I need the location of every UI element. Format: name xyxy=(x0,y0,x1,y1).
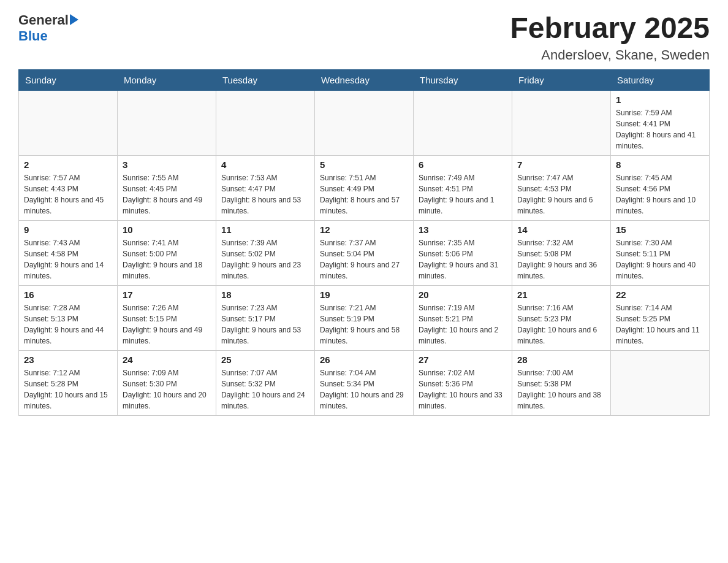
day-number: 19 xyxy=(320,289,408,300)
table-row: 26Sunrise: 7:04 AMSunset: 5:34 PMDayligh… xyxy=(315,350,414,415)
table-row: 5Sunrise: 7:51 AMSunset: 4:49 PMDaylight… xyxy=(315,155,414,220)
day-number: 9 xyxy=(24,224,112,235)
day-info: Sunrise: 7:21 AMSunset: 5:19 PMDaylight:… xyxy=(320,302,408,347)
table-row: 22Sunrise: 7:14 AMSunset: 5:25 PMDayligh… xyxy=(611,285,710,350)
table-row xyxy=(611,350,710,415)
day-number: 27 xyxy=(419,354,507,365)
table-row: 27Sunrise: 7:02 AMSunset: 5:36 PMDayligh… xyxy=(414,350,512,415)
weekday-header-row: Sunday Monday Tuesday Wednesday Thursday… xyxy=(19,69,710,90)
day-info: Sunrise: 7:41 AMSunset: 5:00 PMDaylight:… xyxy=(123,237,211,282)
day-number: 14 xyxy=(517,224,605,235)
header-friday: Friday xyxy=(512,69,611,90)
calendar-week-row: 1Sunrise: 7:59 AMSunset: 4:41 PMDaylight… xyxy=(19,90,710,155)
day-info: Sunrise: 7:35 AMSunset: 5:06 PMDaylight:… xyxy=(419,237,507,282)
table-row xyxy=(512,90,611,155)
table-row xyxy=(19,90,118,155)
table-row: 23Sunrise: 7:12 AMSunset: 5:28 PMDayligh… xyxy=(19,350,118,415)
month-title: February 2025 xyxy=(510,12,710,45)
day-info: Sunrise: 7:00 AMSunset: 5:38 PMDaylight:… xyxy=(517,367,605,412)
calendar-week-row: 16Sunrise: 7:28 AMSunset: 5:13 PMDayligh… xyxy=(19,285,710,350)
day-number: 2 xyxy=(24,159,112,170)
table-row: 21Sunrise: 7:16 AMSunset: 5:23 PMDayligh… xyxy=(512,285,611,350)
table-row: 1Sunrise: 7:59 AMSunset: 4:41 PMDaylight… xyxy=(611,90,710,155)
table-row: 2Sunrise: 7:57 AMSunset: 4:43 PMDaylight… xyxy=(19,155,118,220)
calendar-week-row: 2Sunrise: 7:57 AMSunset: 4:43 PMDaylight… xyxy=(19,155,710,220)
table-row xyxy=(118,90,216,155)
table-row: 13Sunrise: 7:35 AMSunset: 5:06 PMDayligh… xyxy=(414,220,512,285)
day-info: Sunrise: 7:55 AMSunset: 4:45 PMDaylight:… xyxy=(123,172,211,216)
day-info: Sunrise: 7:59 AMSunset: 4:41 PMDaylight:… xyxy=(616,107,704,151)
table-row: 17Sunrise: 7:26 AMSunset: 5:15 PMDayligh… xyxy=(118,285,216,350)
day-info: Sunrise: 7:37 AMSunset: 5:04 PMDaylight:… xyxy=(320,237,408,282)
day-number: 13 xyxy=(419,224,507,235)
table-row: 4Sunrise: 7:53 AMSunset: 4:47 PMDaylight… xyxy=(216,155,315,220)
day-info: Sunrise: 7:28 AMSunset: 5:13 PMDaylight:… xyxy=(24,302,112,347)
header-saturday: Saturday xyxy=(611,69,710,90)
table-row: 10Sunrise: 7:41 AMSunset: 5:00 PMDayligh… xyxy=(118,220,216,285)
day-info: Sunrise: 7:14 AMSunset: 5:25 PMDaylight:… xyxy=(616,302,704,347)
header-thursday: Thursday xyxy=(414,69,512,90)
logo: General Blue xyxy=(18,12,78,44)
day-info: Sunrise: 7:09 AMSunset: 5:30 PMDaylight:… xyxy=(123,367,211,412)
calendar-week-row: 23Sunrise: 7:12 AMSunset: 5:28 PMDayligh… xyxy=(19,350,710,415)
header-monday: Monday xyxy=(118,69,216,90)
day-info: Sunrise: 7:49 AMSunset: 4:51 PMDaylight:… xyxy=(419,172,507,216)
day-info: Sunrise: 7:32 AMSunset: 5:08 PMDaylight:… xyxy=(517,237,605,282)
day-info: Sunrise: 7:19 AMSunset: 5:21 PMDaylight:… xyxy=(419,302,507,347)
day-info: Sunrise: 7:23 AMSunset: 5:17 PMDaylight:… xyxy=(221,302,309,347)
day-number: 6 xyxy=(419,159,507,170)
day-info: Sunrise: 7:07 AMSunset: 5:32 PMDaylight:… xyxy=(221,367,309,412)
day-number: 1 xyxy=(616,94,704,105)
day-number: 3 xyxy=(123,159,211,170)
day-number: 22 xyxy=(616,289,704,300)
title-area: February 2025 Andersloev, Skane, Sweden xyxy=(510,12,710,63)
day-info: Sunrise: 7:53 AMSunset: 4:47 PMDaylight:… xyxy=(221,172,309,216)
day-info: Sunrise: 7:26 AMSunset: 5:15 PMDaylight:… xyxy=(123,302,211,347)
calendar-table: Sunday Monday Tuesday Wednesday Thursday… xyxy=(18,69,710,416)
day-number: 16 xyxy=(24,289,112,300)
header-wednesday: Wednesday xyxy=(315,69,414,90)
day-info: Sunrise: 7:12 AMSunset: 5:28 PMDaylight:… xyxy=(24,367,112,412)
table-row: 25Sunrise: 7:07 AMSunset: 5:32 PMDayligh… xyxy=(216,350,315,415)
day-number: 20 xyxy=(419,289,507,300)
table-row: 15Sunrise: 7:30 AMSunset: 5:11 PMDayligh… xyxy=(611,220,710,285)
day-number: 24 xyxy=(123,354,211,365)
day-number: 8 xyxy=(616,159,704,170)
day-number: 21 xyxy=(517,289,605,300)
location-title: Andersloev, Skane, Sweden xyxy=(510,47,710,63)
day-number: 11 xyxy=(221,224,309,235)
day-number: 7 xyxy=(517,159,605,170)
day-info: Sunrise: 7:16 AMSunset: 5:23 PMDaylight:… xyxy=(517,302,605,347)
table-row: 28Sunrise: 7:00 AMSunset: 5:38 PMDayligh… xyxy=(512,350,611,415)
table-row xyxy=(216,90,315,155)
day-number: 26 xyxy=(320,354,408,365)
table-row: 24Sunrise: 7:09 AMSunset: 5:30 PMDayligh… xyxy=(118,350,216,415)
table-row: 7Sunrise: 7:47 AMSunset: 4:53 PMDaylight… xyxy=(512,155,611,220)
table-row: 8Sunrise: 7:45 AMSunset: 4:56 PMDaylight… xyxy=(611,155,710,220)
day-info: Sunrise: 7:43 AMSunset: 4:58 PMDaylight:… xyxy=(24,237,112,282)
table-row: 16Sunrise: 7:28 AMSunset: 5:13 PMDayligh… xyxy=(19,285,118,350)
table-row: 9Sunrise: 7:43 AMSunset: 4:58 PMDaylight… xyxy=(19,220,118,285)
day-info: Sunrise: 7:51 AMSunset: 4:49 PMDaylight:… xyxy=(320,172,408,216)
day-info: Sunrise: 7:04 AMSunset: 5:34 PMDaylight:… xyxy=(320,367,408,412)
table-row xyxy=(315,90,414,155)
day-number: 28 xyxy=(517,354,605,365)
logo-triangle-icon xyxy=(70,14,78,25)
day-number: 12 xyxy=(320,224,408,235)
page-header: General Blue February 2025 Andersloev, S… xyxy=(18,12,710,63)
day-number: 25 xyxy=(221,354,309,365)
day-number: 4 xyxy=(221,159,309,170)
table-row: 20Sunrise: 7:19 AMSunset: 5:21 PMDayligh… xyxy=(414,285,512,350)
table-row: 18Sunrise: 7:23 AMSunset: 5:17 PMDayligh… xyxy=(216,285,315,350)
day-info: Sunrise: 7:02 AMSunset: 5:36 PMDaylight:… xyxy=(419,367,507,412)
day-number: 17 xyxy=(123,289,211,300)
logo-icon: General Blue xyxy=(18,12,78,44)
table-row: 12Sunrise: 7:37 AMSunset: 5:04 PMDayligh… xyxy=(315,220,414,285)
day-info: Sunrise: 7:57 AMSunset: 4:43 PMDaylight:… xyxy=(24,172,112,216)
calendar-week-row: 9Sunrise: 7:43 AMSunset: 4:58 PMDaylight… xyxy=(19,220,710,285)
day-info: Sunrise: 7:45 AMSunset: 4:56 PMDaylight:… xyxy=(616,172,704,216)
day-info: Sunrise: 7:39 AMSunset: 5:02 PMDaylight:… xyxy=(221,237,309,282)
table-row: 11Sunrise: 7:39 AMSunset: 5:02 PMDayligh… xyxy=(216,220,315,285)
table-row: 14Sunrise: 7:32 AMSunset: 5:08 PMDayligh… xyxy=(512,220,611,285)
table-row: 3Sunrise: 7:55 AMSunset: 4:45 PMDaylight… xyxy=(118,155,216,220)
